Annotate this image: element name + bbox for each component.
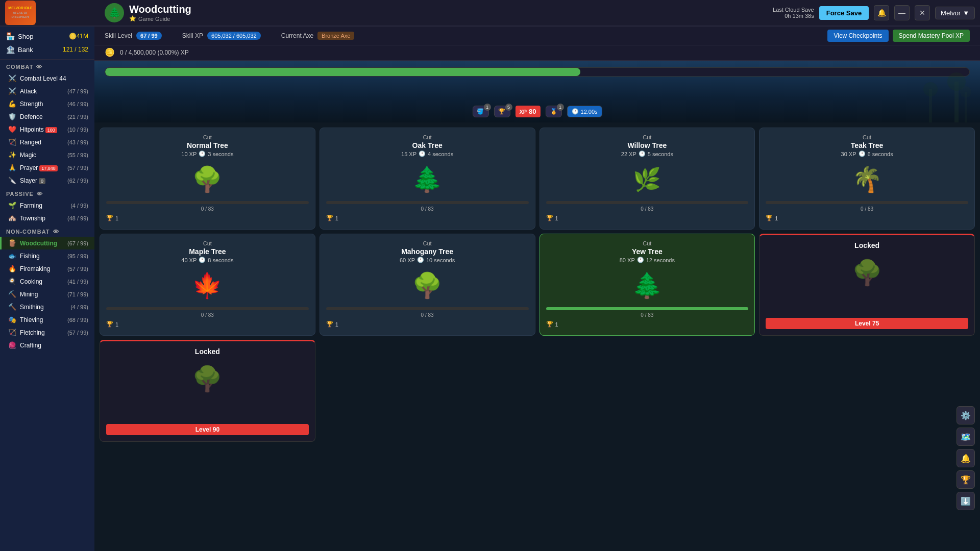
force-save-button[interactable]: Force Save [819, 6, 869, 20]
card-tree-image: 🌲 [631, 269, 664, 302]
skill-level-badge: 67 / 99 [136, 32, 162, 40]
sidebar-item-hitpoints[interactable]: ❤️ Hitpoints100 (10 / 99) [0, 123, 94, 136]
card-xp-text: 0 / 83 [421, 206, 434, 212]
scene-badge-bucket: 🪣 1 [472, 106, 488, 117]
township-icon: 🏘️ [8, 214, 17, 222]
card-willow-tree[interactable]: Cut Willow Tree 22 XP 🕐 5 seconds 🌿 0 / … [540, 128, 755, 230]
sidebar-item-defence[interactable]: 🛡️ Defence (21 / 99) [0, 110, 94, 123]
sidebar-item-smithing[interactable]: 🔨 Smithing (4 / 99) [0, 300, 94, 313]
card-action: Cut [863, 134, 871, 140]
card-name: Maple Tree [189, 247, 226, 256]
spend-mastery-button[interactable]: Spend Mastery Pool XP [893, 30, 970, 42]
sidebar-item-shop[interactable]: 🏪 Shop 🪙41M [0, 30, 94, 43]
skill-icon: 🌲 [105, 3, 124, 22]
card-yew-tree[interactable]: Cut Yew Tree 80 XP 🕐 12 seconds 🌲 0 / 83… [540, 234, 755, 336]
passive-visibility-icon[interactable]: 👁 [37, 191, 43, 197]
locked-tree-image: 🌳 [192, 365, 223, 393]
fletching-icon: 🏹 [8, 329, 17, 336]
card-trophy: 🏆 1 [546, 215, 558, 221]
prayer-icon: 🙏 [8, 164, 17, 171]
card-stats: 80 XP 🕐 12 seconds [620, 257, 675, 263]
card-tree-image: 🍁 [191, 269, 224, 302]
skill-info-bar: Skill Level 67 / 99 Skill XP 605,032 / 6… [94, 27, 980, 45]
scene-container: 🪣 1 🏆 5 XP80 🏅 1 🕐 12.00s [94, 61, 980, 122]
smithing-icon: 🔨 [8, 303, 17, 311]
sidebar-item-crafting[interactable]: 🧶 Crafting [0, 339, 94, 352]
farming-icon: 🌱 [8, 202, 17, 209]
cloud-save-time: 0h 13m 38s [773, 13, 814, 19]
sidebar-item-township[interactable]: 🏘️ Township (48 / 99) [0, 212, 94, 224]
close-button[interactable]: ✕ [915, 5, 930, 20]
skill-actions: View Checkpoints Spend Mastery Pool XP [827, 30, 970, 42]
sidebar-item-attack[interactable]: ⚔️ Attack (47 / 99) [0, 85, 94, 97]
view-checkpoints-button[interactable]: View Checkpoints [827, 30, 888, 42]
card-name: Oak Tree [412, 141, 443, 149]
card-mahogany-tree[interactable]: Cut Mahogany Tree 60 XP 🕐 10 seconds 🌳 0… [320, 234, 535, 336]
trophy-icon-button[interactable]: 🏆 [957, 470, 975, 489]
sidebar-item-thieving[interactable]: 🎭 Thieving (68 / 99) [0, 313, 94, 326]
cooking-icon: 🍳 [8, 278, 17, 285]
skill-xp-badge: 605,032 / 605,032 [207, 32, 261, 40]
card-name: Teak Tree [851, 141, 884, 149]
sidebar-item-fishing[interactable]: 🐟 Fishing (95 / 99) [0, 249, 94, 262]
card-xp-bar [326, 201, 529, 204]
card-trophy: 🏆 1 [326, 215, 338, 221]
slayer-icon: 🔪 [8, 177, 17, 184]
scene-badge-timer: 🕐 12.00s [567, 106, 602, 117]
magic-icon: ✨ [8, 151, 17, 159]
scene-progress-fill [105, 68, 580, 76]
shop-bank-area: 🏪 Shop 🪙41M 🏦 Bank 121 / 132 [0, 27, 94, 60]
firemaking-icon: 🔥 [8, 265, 17, 272]
main-layout: 🏪 Shop 🪙41M 🏦 Bank 121 / 132 COMBAT 👁 ⚔️… [0, 27, 980, 551]
sidebar-item-slayer[interactable]: 🔪 Slayer0 (62 / 99) [0, 174, 94, 187]
non-combat-visibility-icon[interactable]: 👁 [53, 229, 59, 235]
trophy-icon: 🏆 [766, 215, 773, 221]
game-logo: MELVOR IDLEATLAS OF DISCOVERY [5, 1, 36, 25]
sidebar-item-farming[interactable]: 🌱 Farming (4 / 99) [0, 199, 94, 212]
sidebar-item-ranged[interactable]: 🏹 Ranged (43 / 99) [0, 136, 94, 148]
card-action: Cut [643, 240, 651, 246]
card-locked-90[interactable]: Locked 🌳 Level 90 [100, 340, 315, 442]
user-menu-button[interactable]: Melvor ▼ [935, 7, 975, 19]
card-teak-tree[interactable]: Cut Teak Tree 30 XP 🕐 6 seconds 🌴 0 / 83… [759, 128, 975, 230]
card-xp-bar [766, 201, 968, 204]
card-stats: 60 XP 🕐 10 seconds [400, 257, 455, 263]
shop-icon: 🏪 [6, 32, 15, 40]
minus-button[interactable]: — [894, 5, 910, 20]
skill-xp-item: Skill XP 605,032 / 605,032 [182, 32, 261, 40]
card-oak-tree[interactable]: Cut Oak Tree 15 XP 🕐 4 seconds 🌲 0 / 83 … [320, 128, 535, 230]
sidebar-item-combat-level[interactable]: ⚔️ Combat Level 44 [0, 72, 94, 85]
settings-icon-button[interactable]: ⚙️ [957, 406, 975, 424]
combat-visibility-icon[interactable]: 👁 [36, 64, 42, 70]
download-icon-button[interactable]: ⬇️ [957, 492, 975, 510]
card-name: Normal Tree [187, 141, 228, 149]
svg-point-3 [923, 82, 938, 96]
sidebar-item-firemaking[interactable]: 🔥 Firemaking (57 / 99) [0, 262, 94, 275]
map-icon-button[interactable]: 🗺️ [957, 428, 975, 446]
sidebar-item-prayer[interactable]: 🙏 Prayer17,848 (57 / 99) [0, 161, 94, 174]
trophy-icon: 🏆 [326, 215, 333, 221]
skill-subtitle: ⭐ Game Guide [129, 15, 191, 22]
sidebar-item-mining[interactable]: ⛏️ Mining (71 / 99) [0, 288, 94, 300]
sidebar-item-magic[interactable]: ✨ Magic (55 / 99) [0, 148, 94, 161]
sidebar-item-bank[interactable]: 🏦 Bank 121 / 132 [0, 43, 94, 56]
card-tree-image: 🌴 [851, 163, 884, 196]
card-xp-text: 0 / 83 [421, 312, 434, 318]
card-xp-bar [326, 307, 529, 310]
fishing-icon: 🐟 [8, 252, 17, 260]
bank-label: Bank [18, 46, 63, 54]
notifications-button[interactable]: 🔔 [874, 5, 889, 20]
skill-level-item: Skill Level 67 / 99 [105, 32, 162, 40]
scene-trees-decoration [776, 71, 980, 122]
sidebar-item-cooking[interactable]: 🍳 Cooking (41 / 99) [0, 275, 94, 288]
sidebar-item-strength[interactable]: 💪 Strength (46 / 99) [0, 97, 94, 110]
nav-right: Last Cloud Save 0h 13m 38s Force Save 🔔 … [773, 5, 975, 20]
strength-icon: 💪 [8, 100, 17, 108]
card-maple-tree[interactable]: Cut Maple Tree 40 XP 🕐 8 seconds 🍁 0 / 8… [100, 234, 315, 336]
notification-icon-button[interactable]: 🔔 [957, 449, 975, 467]
sidebar-item-fletching[interactable]: 🏹 Fletching (57 / 99) [0, 326, 94, 339]
level-requirement-bar: Level 75 [766, 318, 968, 329]
card-normal-tree[interactable]: Cut Normal Tree 10 XP 🕐 3 seconds 🌳 0 / … [100, 128, 315, 230]
card-locked-75[interactable]: Locked 🌳 Level 75 [759, 234, 975, 336]
sidebar-item-woodcutting[interactable]: 🪵 Woodcutting (67 / 99) [0, 237, 94, 249]
